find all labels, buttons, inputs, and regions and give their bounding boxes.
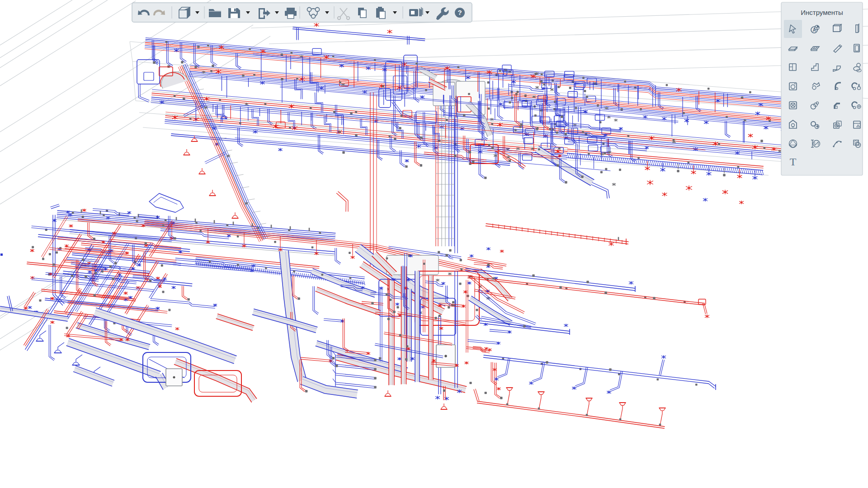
svg-text:Инструменты: Инструменты: [801, 9, 843, 16]
svg-text:A: A: [812, 28, 816, 33]
svg-text:T: T: [790, 156, 797, 168]
svg-text:?: ?: [458, 9, 462, 16]
